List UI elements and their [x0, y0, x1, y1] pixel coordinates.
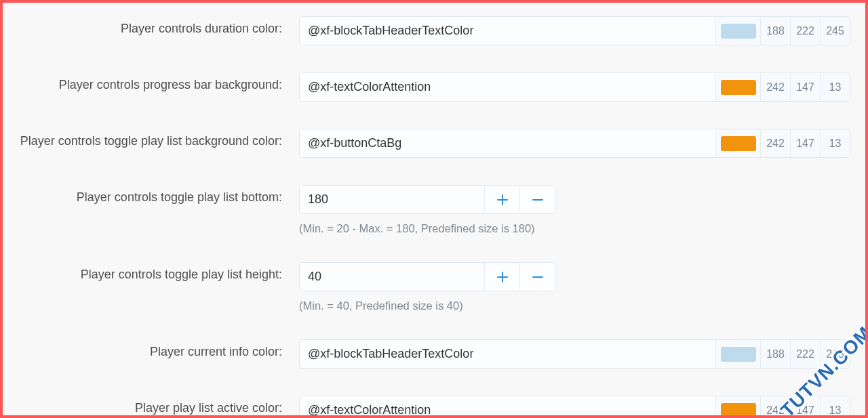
- setting-control: 188 222 245: [282, 16, 865, 45]
- color-value-input[interactable]: [300, 129, 715, 157]
- number-stepper: [299, 185, 555, 214]
- setting-control: 242 147 13: [282, 129, 865, 158]
- setting-row-duration-color: Player controls duration color: 188 222 …: [3, 16, 865, 45]
- color-b-value: 245: [820, 17, 850, 45]
- setting-row-progress-bar-bg: Player controls progress bar background:…: [3, 72, 865, 102]
- color-swatch-button[interactable]: [715, 129, 760, 157]
- stepper-increment-button[interactable]: [484, 186, 519, 213]
- setting-label: Player controls toggle play list backgro…: [3, 129, 282, 148]
- minus-icon: [532, 271, 544, 283]
- setting-hint: (Min. = 40, Predefined size is 40): [299, 299, 850, 312]
- color-b-value: 13: [820, 73, 850, 101]
- color-g-value: 222: [790, 340, 820, 368]
- settings-page: Player controls duration color: 188 222 …: [3, 3, 865, 415]
- color-value-input[interactable]: [300, 73, 715, 101]
- color-r-value: 242: [760, 396, 790, 418]
- color-swatch-button[interactable]: [715, 17, 760, 45]
- number-input[interactable]: [300, 186, 484, 213]
- setting-hint: (Min. = 20 - Max. = 180, Predefined size…: [299, 222, 850, 235]
- setting-control: (Min. = 20 - Max. = 180, Predefined size…: [282, 185, 865, 235]
- setting-control: 242 147 13: [282, 396, 865, 418]
- color-input-group: 188 222 245: [299, 16, 850, 45]
- setting-control: (Min. = 40, Predefined size is 40): [282, 262, 865, 312]
- setting-row-toggle-playlist-bottom: Player controls toggle play list bottom:…: [3, 185, 865, 235]
- color-b-value: 13: [820, 129, 850, 157]
- stepper-increment-button[interactable]: [484, 263, 519, 291]
- number-stepper: [299, 262, 555, 291]
- color-r-value: 188: [760, 340, 790, 368]
- setting-label: Player controls toggle play list height:: [3, 262, 282, 282]
- color-r-value: 242: [760, 73, 790, 101]
- color-g-value: 147: [790, 73, 820, 101]
- setting-control: 188 222 245: [282, 339, 865, 369]
- color-r-value: 242: [760, 129, 790, 157]
- stepper-decrement-button[interactable]: [519, 186, 555, 213]
- stepper-decrement-button[interactable]: [519, 263, 555, 291]
- plus-icon: [496, 194, 509, 206]
- color-input-group: 242 147 13: [299, 72, 850, 102]
- color-value-input[interactable]: [300, 396, 715, 418]
- color-value-input[interactable]: [300, 17, 715, 45]
- minus-icon: [532, 194, 544, 206]
- color-swatch-button[interactable]: [715, 340, 760, 368]
- setting-label: Player controls duration color:: [3, 16, 282, 36]
- setting-row-toggle-playlist-height: Player controls toggle play list height:…: [3, 262, 865, 312]
- setting-label: Player current info color:: [3, 339, 282, 359]
- setting-row-playlist-active-color: Player play list active color: 242 147 1…: [3, 396, 865, 418]
- color-swatch-button[interactable]: [715, 73, 760, 101]
- color-b-value: 245: [820, 340, 850, 368]
- color-value-input[interactable]: [300, 340, 715, 368]
- setting-row-current-info-color: Player current info color: 188 222 245: [3, 339, 865, 369]
- color-r-value: 188: [760, 17, 790, 45]
- color-swatch: [721, 347, 756, 362]
- setting-label: Player controls toggle play list bottom:: [3, 185, 282, 205]
- color-swatch: [721, 403, 756, 418]
- setting-label: Player controls progress bar background:: [3, 72, 282, 92]
- color-swatch-button[interactable]: [715, 396, 760, 418]
- color-swatch: [721, 24, 756, 39]
- color-b-value: 13: [820, 396, 850, 418]
- setting-control: 242 147 13: [282, 72, 865, 102]
- color-swatch: [721, 136, 756, 151]
- setting-row-toggle-playlist-bg: Player controls toggle play list backgro…: [3, 129, 865, 158]
- color-swatch: [721, 80, 756, 95]
- color-g-value: 147: [790, 129, 820, 157]
- plus-icon: [496, 271, 509, 283]
- number-input[interactable]: [300, 263, 484, 291]
- color-input-group: 188 222 245: [299, 339, 850, 369]
- color-input-group: 242 147 13: [299, 129, 850, 158]
- color-g-value: 147: [790, 396, 820, 418]
- color-input-group: 242 147 13: [299, 396, 850, 418]
- setting-label: Player play list active color:: [3, 396, 282, 415]
- color-g-value: 222: [790, 17, 820, 45]
